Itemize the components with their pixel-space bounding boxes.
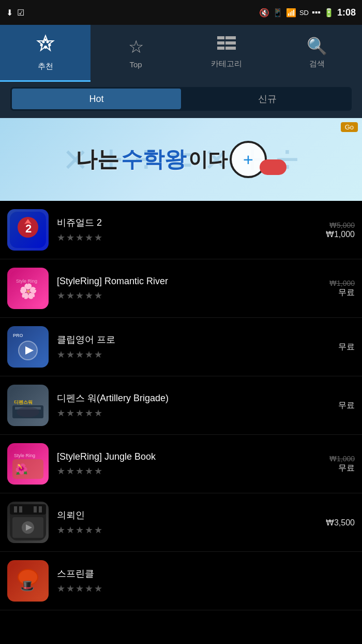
app-name-artillery: 디펜스 워(Artillery Brigade) xyxy=(57,392,333,404)
price-current-clip: 무료 xyxy=(338,342,355,351)
app-price-jungle: ₩1,000 무료 xyxy=(324,455,355,474)
app-name-bejeweled: 비쥬얼드 2 xyxy=(57,216,321,229)
download-icon: ⬇ xyxy=(6,8,13,18)
toggle-bar: Hot 신규 xyxy=(0,82,362,118)
svg-text:PRO: PRO xyxy=(13,333,23,338)
svg-point-27 xyxy=(17,407,39,417)
wifi-icon: 📶 xyxy=(286,8,296,18)
app-item-romantic[interactable]: Style Ring 🌸 [StyleRing] Romantic River … xyxy=(0,259,362,318)
svg-rect-7 xyxy=(217,36,224,39)
app-info-jungle: [StyleRing] Jungle Book ★★★★★ xyxy=(57,451,324,477)
tab-recommend[interactable]: 추천 xyxy=(0,25,90,82)
banner-pill xyxy=(260,159,286,175)
app-stars-sprinkle: ★★★★★ xyxy=(57,583,350,594)
sd-icon: SD xyxy=(299,9,309,17)
app-info-sprinkle: 스프린클 ★★★★★ xyxy=(57,567,350,594)
price-original-jungle: ₩1,000 xyxy=(329,455,355,463)
app-icon-artillery: 디펜스워 xyxy=(7,385,49,426)
toggle-hot[interactable]: Hot xyxy=(12,89,181,109)
app-item-clip[interactable]: PRO 클립영어 프로 ★★★★★ 무료 xyxy=(0,318,362,376)
tab-category[interactable]: 카테고리 xyxy=(181,25,272,82)
app-info-movie: 의뢰인 ★★★★★ xyxy=(57,509,321,536)
status-left-icons: ⬇ ☑ xyxy=(6,8,24,18)
category-icon xyxy=(217,36,236,56)
app-stars-romantic: ★★★★★ xyxy=(57,290,324,301)
app-name-sprinkle: 스프린클 xyxy=(57,567,350,580)
price-current-romantic: 무료 xyxy=(338,288,355,297)
app-info-romantic: [StyleRing] Romantic River ★★★★★ xyxy=(57,276,324,301)
app-list: 2 비쥬얼드 2 ★★★★★ ₩5,000 ₩1,000 Style Ring xyxy=(0,201,362,610)
app-icon-jungle: Style Ring 🌺 xyxy=(7,443,49,485)
tab-bar: 추천 ☆ Top 카테고리 🔍 검색 xyxy=(0,25,362,82)
banner[interactable]: × + ÷ = × + ÷ 나는 수학왕 이다 + Go xyxy=(0,118,362,201)
app-price-artillery: 무료 xyxy=(333,400,355,411)
svg-point-4 xyxy=(42,41,44,43)
svg-rect-36 xyxy=(19,506,22,513)
app-name-jungle: [StyleRing] Jungle Book xyxy=(57,451,324,462)
app-icon-clip: PRO xyxy=(7,326,49,368)
app-name-movie: 의뢰인 xyxy=(57,509,321,521)
app-item-artillery[interactable]: 디펜스워 디펜스 워(Artillery Brigade) ★★★★★ 무료 xyxy=(0,376,362,435)
status-right-icons: 🔇 📱 📶 SD ▪▪▪ 🔋 1:08 xyxy=(259,7,356,18)
app-icon-bejeweled: 2 xyxy=(7,209,49,251)
price-current-jungle: 무료 xyxy=(338,463,355,472)
mute-icon: 🔇 xyxy=(259,8,269,18)
price-current-movie: ₩3,500 xyxy=(326,518,355,527)
battery-icon: 🔋 xyxy=(324,8,334,18)
svg-point-3 xyxy=(48,44,51,47)
app-item-bejeweled[interactable]: 2 비쥬얼드 2 ★★★★★ ₩5,000 ₩1,000 xyxy=(0,201,362,259)
app-item-jungle[interactable]: Style Ring 🌺 [StyleRing] Jungle Book ★★★… xyxy=(0,435,362,493)
svg-rect-11 xyxy=(217,47,224,50)
phone-icon: 📱 xyxy=(273,8,283,18)
tab-search[interactable]: 🔍 검색 xyxy=(272,25,362,82)
tab-category-label: 카테고리 xyxy=(211,59,242,69)
svg-rect-10 xyxy=(225,41,236,45)
time-display: 1:08 xyxy=(337,7,356,18)
svg-text:🎩: 🎩 xyxy=(20,579,35,593)
svg-text:2: 2 xyxy=(25,222,32,235)
signal-icon: ▪▪▪ xyxy=(312,8,321,17)
banner-text-3: 이다 xyxy=(188,147,228,173)
app-name-clip: 클립영어 프로 xyxy=(57,333,333,346)
app-price-bejeweled: ₩5,000 ₩1,000 xyxy=(321,221,355,239)
app-info-bejeweled: 비쥬얼드 2 ★★★★★ xyxy=(57,216,321,243)
top-star-icon: ☆ xyxy=(128,36,144,57)
app-info-artillery: 디펜스 워(Artillery Brigade) ★★★★★ xyxy=(57,392,333,419)
tab-top[interactable]: ☆ Top xyxy=(90,25,181,82)
toggle-container: Hot 신규 xyxy=(10,87,352,111)
app-stars-movie: ★★★★★ xyxy=(57,524,321,536)
tab-recommend-label: 추천 xyxy=(38,62,53,71)
price-original-bejeweled: ₩5,000 xyxy=(326,221,355,229)
app-info-clip: 클립영어 프로 ★★★★★ xyxy=(57,333,333,360)
toggle-new[interactable]: 신규 xyxy=(183,87,352,111)
svg-rect-8 xyxy=(225,36,236,39)
tab-search-label: 검색 xyxy=(309,59,325,69)
svg-point-6 xyxy=(44,39,47,41)
svg-text:디펜스워: 디펜스워 xyxy=(14,400,33,405)
svg-text:🌺: 🌺 xyxy=(15,463,28,475)
search-icon: 🔍 xyxy=(307,36,327,56)
svg-rect-9 xyxy=(217,41,224,45)
svg-point-2 xyxy=(40,44,42,47)
price-current-artillery: 무료 xyxy=(338,401,355,409)
price-current-bejeweled: ₩1,000 xyxy=(326,230,355,239)
app-icon-romantic: Style Ring 🌸 xyxy=(7,268,49,309)
svg-text:🌸: 🌸 xyxy=(19,283,37,300)
app-price-clip: 무료 xyxy=(333,342,355,353)
banner-go-badge[interactable]: Go xyxy=(341,122,358,132)
app-item-sprinkle[interactable]: 🎩 스프린클 ★★★★★ xyxy=(0,552,362,610)
app-price-movie: ₩3,500 xyxy=(321,518,355,528)
banner-text-2: 수학왕 xyxy=(121,145,186,174)
app-stars-artillery: ★★★★★ xyxy=(57,407,333,419)
recommend-icon xyxy=(35,34,56,58)
svg-rect-37 xyxy=(34,506,37,513)
svg-point-5 xyxy=(46,41,49,43)
svg-point-1 xyxy=(44,46,47,49)
svg-rect-38 xyxy=(39,506,42,513)
app-item-movie[interactable]: 의뢰인 ★★★★★ ₩3,500 xyxy=(0,493,362,552)
app-icon-sprinkle: 🎩 xyxy=(7,560,49,602)
app-name-romantic: [StyleRing] Romantic River xyxy=(57,276,324,287)
banner-text: 나는 xyxy=(76,145,119,174)
status-bar: ⬇ ☑ 🔇 📱 📶 SD ▪▪▪ 🔋 1:08 xyxy=(0,0,362,25)
app-icon-movie xyxy=(7,502,49,543)
